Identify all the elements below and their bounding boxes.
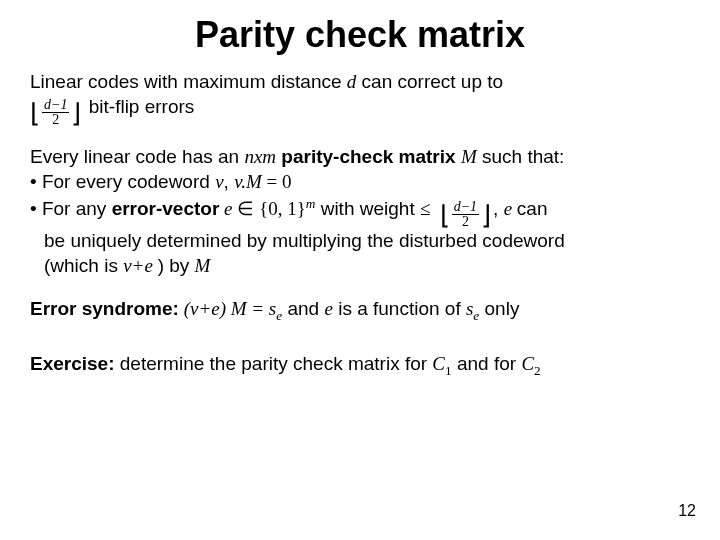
var-v: v bbox=[215, 171, 223, 192]
text: only bbox=[479, 298, 519, 319]
floor-fraction-2: ⌊ d−1 2 ⌋ bbox=[440, 200, 491, 229]
bold-text: parity-check matrix bbox=[276, 146, 461, 167]
eq0: = 0 bbox=[262, 171, 292, 192]
text: and bbox=[282, 298, 324, 319]
set: {0, 1} bbox=[254, 198, 306, 219]
leq-icon: ≤ bbox=[420, 198, 430, 219]
fraction: d−1 2 bbox=[450, 200, 481, 229]
var-C1: C bbox=[432, 353, 445, 374]
text: bit-flip errors bbox=[89, 96, 195, 117]
text: , bbox=[224, 171, 235, 192]
rfloor-icon: ⌋ bbox=[71, 101, 81, 127]
text: Every linear code has an bbox=[30, 146, 244, 167]
var-M2: M bbox=[195, 255, 211, 276]
var-e2: e bbox=[504, 198, 517, 219]
text: with weight bbox=[315, 198, 420, 219]
floor-fraction: ⌊ d−1 2 ⌋ bbox=[30, 98, 81, 127]
text: (which is bbox=[44, 255, 123, 276]
text: is a function of bbox=[333, 298, 466, 319]
text: • For every codeword bbox=[30, 171, 215, 192]
numerator: d−1 bbox=[452, 200, 479, 215]
sub-2: 2 bbox=[534, 363, 541, 378]
v-plus-e: v+e bbox=[123, 255, 157, 276]
syndrome-eq: (v+e) M = s bbox=[179, 298, 276, 319]
text: ) by bbox=[158, 255, 195, 276]
var-e3: e bbox=[324, 298, 332, 319]
error-vector-label: error-vector bbox=[112, 198, 220, 219]
error-syndrome-line: Error syndrome: (v+e) M = se and e is a … bbox=[30, 297, 690, 324]
denominator: 2 bbox=[460, 215, 471, 229]
var-d: d bbox=[347, 71, 357, 92]
sub-1: 1 bbox=[445, 363, 452, 378]
text: and for bbox=[452, 353, 522, 374]
text: determine the parity check matrix for bbox=[115, 353, 433, 374]
definition-paragraph: Every linear code has an nxm parity-chec… bbox=[30, 145, 690, 279]
var-M: M bbox=[461, 146, 477, 167]
text: • For any bbox=[30, 198, 112, 219]
var-e: e bbox=[219, 198, 237, 219]
element-of-icon: ∈ bbox=[237, 198, 254, 219]
slide-title: Parity check matrix bbox=[30, 14, 690, 56]
text: such that: bbox=[477, 146, 565, 167]
rfloor-icon: ⌋ bbox=[481, 203, 491, 229]
fraction: d−1 2 bbox=[40, 98, 71, 127]
text: , bbox=[493, 198, 504, 219]
exercise-line: Exercise: determine the parity check mat… bbox=[30, 352, 690, 379]
numerator: d−1 bbox=[42, 98, 69, 113]
text: can bbox=[517, 198, 548, 219]
page-number: 12 bbox=[678, 502, 696, 520]
bullet-2: • For any error-vector e ∈ {0, 1}m with … bbox=[30, 195, 690, 230]
lfloor-icon: ⌊ bbox=[440, 203, 450, 229]
text: Linear codes with maximum distance bbox=[30, 71, 347, 92]
vM: v.M bbox=[234, 171, 262, 192]
text: can correct up to bbox=[356, 71, 503, 92]
exercise-label: Exercise: bbox=[30, 353, 115, 374]
error-syndrome-label: Error syndrome: bbox=[30, 298, 179, 319]
lfloor-icon: ⌊ bbox=[30, 101, 40, 127]
denominator: 2 bbox=[50, 113, 61, 127]
intro-paragraph: Linear codes with maximum distance d can… bbox=[30, 70, 690, 127]
bullet-2-cont1: be uniquely determined by multiplying th… bbox=[30, 229, 690, 254]
sup-m: m bbox=[306, 196, 316, 211]
bullet-2-cont2: (which is v+e ) by M bbox=[30, 254, 690, 279]
bullet-1: • For every codeword v, v.M = 0 bbox=[30, 170, 690, 195]
nxm: nxm bbox=[244, 146, 276, 167]
var-C2: C bbox=[521, 353, 534, 374]
